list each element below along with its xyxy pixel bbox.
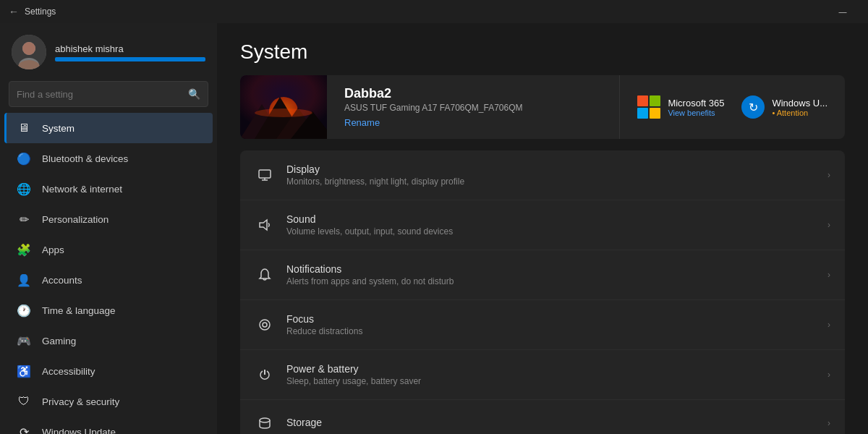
main-content: System xyxy=(217,23,868,434)
settings-desc-power: Sleep, battery usage, battery saver xyxy=(286,376,816,386)
settings-item-display[interactable]: Display Monitors, brightness, night ligh… xyxy=(240,150,845,200)
device-model: ASUS TUF Gaming A17 FA706QM_FA706QM xyxy=(344,103,602,113)
svg-point-3 xyxy=(22,42,35,55)
app-body: abhishek mishra 🔍 🖥 System 🔵 Bluetooth &… xyxy=(0,23,868,434)
settings-text-storage: Storage xyxy=(286,417,816,430)
search-input[interactable] xyxy=(17,89,182,100)
ms365-icon xyxy=(637,95,660,119)
settings-title-display: Display xyxy=(286,163,816,175)
nav-label-accounts: Accounts xyxy=(42,275,82,286)
settings-item-focus[interactable]: Focus Reduce distractions › xyxy=(240,300,845,350)
svg-point-16 xyxy=(260,320,270,330)
nav-icon-gaming: 🎮 xyxy=(16,333,32,349)
svg-marker-15 xyxy=(260,220,267,230)
settings-arrow-sound: › xyxy=(827,220,830,230)
settings-item-sound[interactable]: Sound Volume levels, output, input, soun… xyxy=(240,200,845,250)
nav-list: 🖥 System 🔵 Bluetooth & devices 🌐 Network… xyxy=(0,113,217,434)
winupdate-name: Windows U... xyxy=(772,98,827,109)
settings-item-storage[interactable]: Storage › xyxy=(240,400,845,434)
nav-label-network: Network & internet xyxy=(42,184,122,195)
search-icon: 🔍 xyxy=(188,88,200,100)
settings-text-display: Display Monitors, brightness, night ligh… xyxy=(286,163,816,187)
app-title: Settings xyxy=(25,7,56,17)
nav-icon-windows-update: ⟳ xyxy=(16,424,32,434)
settings-icon-storage xyxy=(255,413,275,433)
window-controls: — xyxy=(826,0,859,23)
nav-icon-apps: 🧩 xyxy=(16,242,32,258)
settings-arrow-focus: › xyxy=(827,320,830,330)
sidebar-item-windows-update[interactable]: ⟳ Windows Update xyxy=(4,417,213,434)
settings-icon-notifications xyxy=(255,265,275,285)
windows-update-icon: ↻ xyxy=(741,95,765,119)
nav-icon-network: 🌐 xyxy=(16,181,32,197)
settings-text-sound: Sound Volume levels, output, input, soun… xyxy=(286,213,816,237)
svg-point-18 xyxy=(260,418,270,422)
banner-app-winupdate[interactable]: ↻ Windows U... • Attention xyxy=(741,95,827,119)
nav-label-system: System xyxy=(42,123,75,134)
settings-icon-display xyxy=(255,165,275,185)
ms365-sub[interactable]: View benefits xyxy=(668,109,724,117)
settings-text-power: Power & battery Sleep, battery usage, ba… xyxy=(286,363,816,386)
settings-title-focus: Focus xyxy=(286,313,816,325)
nav-label-gaming: Gaming xyxy=(42,336,76,346)
nav-icon-accounts: 👤 xyxy=(16,272,32,288)
user-profile[interactable]: abhishek mishra xyxy=(0,23,217,78)
nav-label-personalization: Personalization xyxy=(42,214,109,225)
search-container: 🔍 xyxy=(0,78,217,113)
nav-label-apps: Apps xyxy=(42,244,64,255)
sidebar-item-privacy[interactable]: 🛡 Privacy & security xyxy=(4,386,213,417)
svg-point-11 xyxy=(255,109,312,117)
nav-label-privacy: Privacy & security xyxy=(42,396,119,407)
settings-desc-sound: Volume levels, output, input, sound devi… xyxy=(286,226,816,237)
sidebar-item-bluetooth[interactable]: 🔵 Bluetooth & devices xyxy=(4,143,213,174)
settings-arrow-storage: › xyxy=(827,418,830,428)
winupdate-sub[interactable]: • Attention xyxy=(772,109,827,117)
settings-title-notifications: Notifications xyxy=(286,263,816,275)
sidebar-item-accessibility[interactable]: ♿ Accessibility xyxy=(4,356,213,386)
settings-arrow-notifications: › xyxy=(827,270,830,280)
back-button[interactable]: ← xyxy=(9,6,19,17)
device-name: Dabba2 xyxy=(344,86,602,101)
settings-item-notifications[interactable]: Notifications Alerts from apps and syste… xyxy=(240,250,845,300)
settings-title-storage: Storage xyxy=(286,417,816,428)
sidebar-item-accounts[interactable]: 👤 Accounts xyxy=(4,265,213,295)
nav-icon-system: 🖥 xyxy=(16,120,32,136)
nav-label-bluetooth: Bluetooth & devices xyxy=(42,153,128,164)
avatar xyxy=(12,35,46,69)
settings-item-power[interactable]: Power & battery Sleep, battery usage, ba… xyxy=(240,350,845,400)
nav-icon-personalization: ✏ xyxy=(16,211,32,227)
nav-label-accessibility: Accessibility xyxy=(42,366,95,377)
nav-icon-bluetooth: 🔵 xyxy=(16,150,32,166)
device-info: Dabba2 ASUS TUF Gaming A17 FA706QM_FA706… xyxy=(327,75,619,139)
device-banner: Dabba2 ASUS TUF Gaming A17 FA706QM_FA706… xyxy=(240,75,845,139)
ms365-name: Microsoft 365 xyxy=(668,98,724,109)
sidebar-item-system[interactable]: 🖥 System xyxy=(4,113,213,143)
page-header: System xyxy=(217,23,868,75)
sidebar: abhishek mishra 🔍 🖥 System 🔵 Bluetooth &… xyxy=(0,23,217,434)
minimize-button[interactable]: — xyxy=(826,0,859,23)
banner-app-ms365[interactable]: Microsoft 365 View benefits xyxy=(637,95,724,119)
page-title: System xyxy=(240,41,845,64)
device-thumbnail xyxy=(240,75,327,139)
settings-desc-display: Monitors, brightness, night light, displ… xyxy=(286,176,816,187)
sidebar-item-time[interactable]: 🕐 Time & language xyxy=(4,295,213,326)
nav-label-time: Time & language xyxy=(42,305,116,316)
sidebar-item-apps[interactable]: 🧩 Apps xyxy=(4,234,213,265)
nav-icon-privacy: 🛡 xyxy=(16,393,32,409)
settings-icon-focus xyxy=(255,315,275,335)
nav-icon-accessibility: ♿ xyxy=(16,363,32,379)
search-box: 🔍 xyxy=(9,81,208,107)
svg-rect-12 xyxy=(259,170,271,178)
titlebar: ← Settings — xyxy=(0,0,868,23)
settings-arrow-power: › xyxy=(827,370,830,380)
user-name: abhishek mishra xyxy=(55,43,205,54)
settings-icon-sound xyxy=(255,215,275,235)
settings-arrow-display: › xyxy=(827,170,830,180)
settings-title-power: Power & battery xyxy=(286,363,816,375)
sidebar-item-personalization[interactable]: ✏ Personalization xyxy=(4,204,213,234)
sidebar-item-network[interactable]: 🌐 Network & internet xyxy=(4,174,213,204)
sidebar-item-gaming[interactable]: 🎮 Gaming xyxy=(4,326,213,356)
user-name-container: abhishek mishra xyxy=(55,43,205,61)
banner-apps: Microsoft 365 View benefits ↻ Windows U.… xyxy=(619,75,845,139)
device-rename-link[interactable]: Rename xyxy=(344,117,380,128)
